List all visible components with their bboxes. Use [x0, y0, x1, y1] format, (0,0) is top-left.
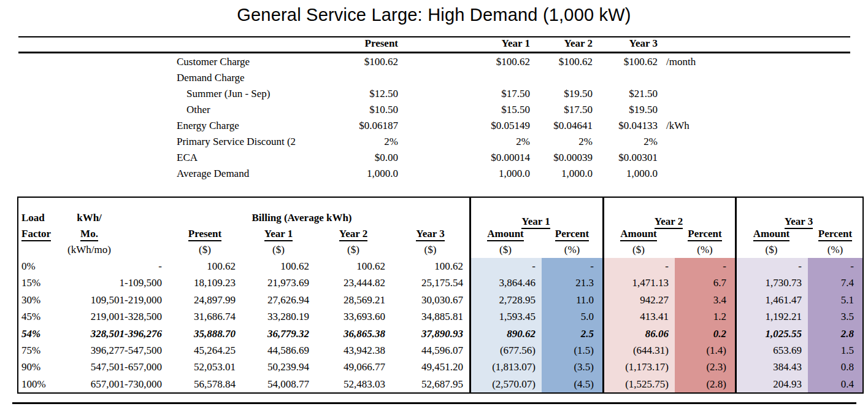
rate-value-year1: $15.50	[454, 102, 534, 118]
rate-header-year1: Year 1	[454, 37, 534, 50]
year2-percent-cell: 3.4	[675, 292, 735, 308]
rate-row-label: Demand Charge	[18, 70, 331, 86]
present-unit: ($)	[168, 242, 242, 258]
rate-row-unit	[661, 70, 850, 86]
year3-percent-cell: 3.5	[808, 308, 862, 325]
rate-value-year2: $19.50	[534, 86, 596, 102]
year2-amount-cell: 942.27	[602, 292, 675, 308]
year2-bill-cell: 23,444.82	[315, 275, 391, 291]
year3-amount-cell: 1,025.55	[735, 325, 808, 342]
load-factor-cell: 30%	[18, 292, 63, 308]
rate-row-spacer	[402, 118, 454, 134]
kwh-range-cell: 219,001-328,500	[63, 308, 168, 325]
year2-label: Year 2	[339, 227, 367, 241]
year1-label: Year 1	[264, 227, 293, 241]
rate-value-year1: 2%	[454, 134, 534, 150]
year2-percent-cell: 1.2	[675, 308, 735, 325]
mo-label: Mo.	[80, 227, 98, 241]
year2-amount-cell: 86.06	[602, 325, 675, 342]
factor-header: Factor	[18, 226, 63, 242]
rate-value-present: $12.50	[331, 86, 402, 102]
present-bill-cell: 31,686.74	[168, 308, 242, 325]
year1-percent-cell: -	[542, 258, 602, 275]
rate-value-year2: $0.04641	[534, 118, 596, 134]
rate-value-year1	[454, 70, 534, 86]
rate-row-spacer	[402, 150, 454, 166]
year3-label: Year 3	[416, 227, 444, 241]
year3-amount-cell: 653.69	[735, 342, 808, 359]
present-bill-cell: 56,578.84	[168, 376, 242, 392]
year3-bill-cell: 49,451.20	[391, 359, 469, 375]
rate-value-present: 2%	[331, 134, 402, 150]
year3-amount-cell: -	[735, 258, 808, 275]
rate-value-year3: 2%	[596, 134, 661, 150]
rate-row-spacer	[402, 54, 454, 70]
kwh-range-cell: 1-109,500	[63, 275, 168, 291]
year1-amount-cell: 2,728.95	[469, 292, 542, 308]
year3-bill-cell: 37,890.93	[391, 325, 469, 342]
rate-row-label: Primary Service Discount (2	[18, 134, 331, 150]
year1-section-label: Year 1	[521, 215, 550, 229]
year3-col-header: Year 3	[391, 226, 469, 242]
page-title: General Service Large: High Demand (1,00…	[0, 5, 868, 25]
rate-table-body: Customer Charge $100.62 $100.62 $100.62 …	[18, 54, 850, 182]
rate-row-spacer	[402, 134, 454, 150]
rate-row-unit: /month	[661, 54, 850, 70]
year2-amount-cell: 413.41	[602, 308, 675, 325]
rate-row: Summer (Jun - Sep) $12.50 $17.50 $19.50 …	[18, 86, 850, 102]
year2-amount-cell: (644.31)	[602, 342, 675, 359]
present-bill-cell: 45,264.25	[168, 342, 242, 359]
year3-amount-unit: ($)	[735, 242, 808, 258]
rate-value-present: $100.62	[331, 54, 402, 70]
kwh-range-cell: 109,501-219,000	[63, 292, 168, 308]
kwh-range-cell: 328,501-396,276	[63, 325, 168, 342]
rate-header-year2: Year 2	[534, 37, 596, 50]
load-factor-cell: 100%	[18, 376, 63, 392]
rate-value-year1: $100.62	[454, 54, 534, 70]
year1-bill-cell: 100.62	[242, 258, 315, 275]
year1-amount-cell: 3,864.46	[469, 275, 542, 291]
rate-value-year1: $17.50	[454, 86, 534, 102]
year3-section-title: Year 3	[735, 214, 862, 230]
rate-row-unit	[661, 102, 850, 118]
year1-percent-cell: 2.5	[542, 325, 602, 342]
year2-percent-cell: (1.4)	[675, 342, 735, 359]
year1-bill-cell: 33,280.19	[242, 308, 315, 325]
kwh-header: kWh/	[63, 210, 168, 226]
rate-value-year3: 1,000.0	[596, 166, 661, 182]
rate-row: Customer Charge $100.62 $100.62 $100.62 …	[18, 54, 850, 70]
year1-unit: ($)	[242, 242, 315, 258]
year2-bill-cell: 100.62	[315, 258, 391, 275]
year1-percent-unit: (%)	[542, 242, 602, 258]
year2-amount-cell: -	[602, 258, 675, 275]
rate-row-spacer	[402, 102, 454, 118]
year1-amount-cell: (2,570.07)	[469, 376, 542, 392]
mo-header: Mo.	[63, 226, 168, 242]
rate-header-spacer2	[402, 37, 454, 50]
year3-bill-cell: 44,596.07	[391, 342, 469, 359]
rate-header-spacer	[18, 37, 331, 50]
year1-percent-cell: (1.5)	[542, 342, 602, 359]
rate-value-year2: 1,000.0	[534, 166, 596, 182]
rate-row-spacer	[402, 70, 454, 86]
kwh-unit: (kWh/mo)	[63, 242, 168, 258]
rate-value-year3: $0.00301	[596, 150, 661, 166]
year3-amount-cell: 1,730.73	[735, 275, 808, 291]
year1-bill-cell: 50,239.94	[242, 359, 315, 375]
rate-row-unit	[661, 150, 850, 166]
year2-percent-cell: 6.7	[675, 275, 735, 291]
rate-value-year1: $0.05149	[454, 118, 534, 134]
rate-value-year3: $100.62	[596, 54, 661, 70]
kwh-range-cell: -	[63, 258, 168, 275]
year1-percent-cell: (3.5)	[542, 359, 602, 375]
present-bill-cell: 18,109.23	[168, 275, 242, 291]
year2-amount-cell: (1,173.17)	[602, 359, 675, 375]
rate-value-year2: $100.62	[534, 54, 596, 70]
rate-row: Other $10.50 $15.50 $17.50 $19.50	[18, 102, 850, 118]
rate-row-spacer	[402, 86, 454, 102]
rate-row-label: Customer Charge	[18, 54, 331, 70]
year2-percent-cell: (2.8)	[675, 376, 735, 392]
bottom-rule	[12, 402, 856, 404]
rate-table-header: Present Year 1 Year 2 Year 3	[18, 37, 850, 50]
year2-bill-cell: 49,066.77	[315, 359, 391, 375]
